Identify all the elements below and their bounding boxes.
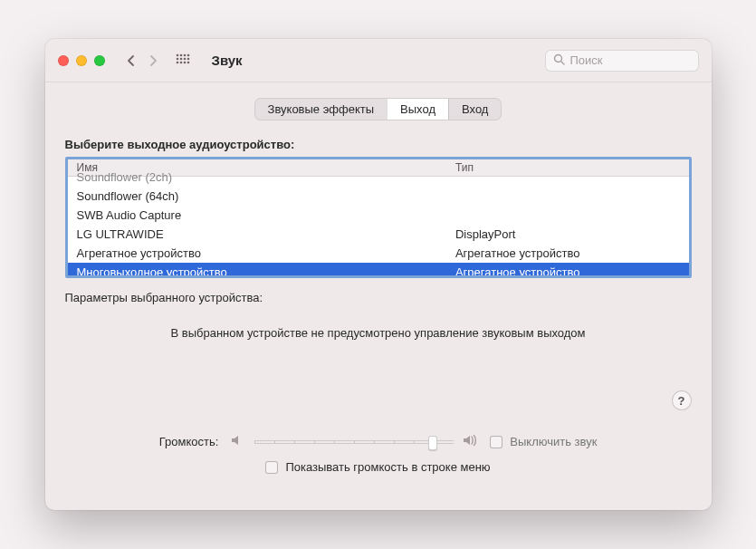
volume-row: Громкость: Выключить звук [159,434,598,449]
show-in-menu-wrap[interactable]: Показывать громкость в строке меню [265,460,490,474]
help-button[interactable]: ? [672,390,692,410]
svg-point-11 [187,61,189,63]
device-table[interactable]: Имя Тип Soundflower (2ch)Soundflower (64… [65,157,692,278]
speaker-high-icon [463,434,481,449]
segmented-control: Звуковые эффекты Выход Вход [255,99,502,120]
svg-point-7 [187,57,189,60]
mute-label: Выключить звук [510,435,597,448]
svg-point-2 [183,53,186,56]
device-type: Агрегатное устройство [446,263,689,275]
params-label: Параметры выбранного устройства: [65,291,692,304]
svg-point-6 [183,57,186,60]
device-name: Soundflower (2ch) [68,168,446,187]
tab-input[interactable]: Вход [448,99,501,120]
table-row[interactable]: Многовыходное устройствоАгрегатное устро… [68,263,689,275]
choose-output-label: Выберите выходное аудиоустройство: [65,138,692,151]
speaker-low-icon [231,434,245,449]
svg-point-3 [187,53,189,56]
device-name: Многовыходное устройство [68,263,446,275]
show-in-menu-checkbox[interactable] [265,461,278,474]
device-type [446,187,689,206]
back-button[interactable] [127,54,136,67]
device-type: DisplayPort [446,225,689,244]
svg-point-1 [179,53,182,56]
tab-effects[interactable]: Звуковые эффекты [255,99,388,120]
minimize-button[interactable] [76,55,87,66]
device-name: Soundflower (64ch) [68,187,446,206]
device-type [446,168,689,187]
svg-point-5 [179,57,182,60]
mute-checkbox-wrap[interactable]: Выключить звук [490,435,597,448]
show-in-menu-label: Показывать громкость в строке меню [285,460,490,474]
volume-knob[interactable] [428,436,437,450]
device-type: Агрегатное устройство [446,244,689,263]
zoom-button[interactable] [94,55,105,66]
device-name: SWB Audio Capture [68,206,446,225]
content: Звуковые эффекты Выход Вход Выберите вых… [45,82,712,510]
tab-output[interactable]: Выход [387,99,448,120]
device-type [446,206,689,225]
close-button[interactable] [58,55,69,66]
volume-slider[interactable] [254,440,454,444]
table-row[interactable]: LG ULTRAWIDEDisplayPort [68,225,689,244]
device-name: LG ULTRAWIDE [68,225,446,244]
table-body: Soundflower (2ch)Soundflower (64ch)SWB A… [68,168,689,275]
search-input[interactable] [570,53,691,67]
forward-button[interactable] [148,54,158,67]
svg-point-8 [176,61,178,63]
table-row[interactable]: Soundflower (64ch) [68,187,689,206]
titlebar: Звук [45,39,712,82]
svg-point-4 [176,57,178,60]
svg-point-9 [179,61,182,63]
search-icon [553,53,565,68]
page-title: Звук [212,53,243,68]
nav-buttons [127,54,158,67]
window-controls [58,55,105,66]
mute-checkbox[interactable] [490,436,502,448]
table-row[interactable]: Soundflower (2ch) [68,168,689,187]
table-row[interactable]: Агрегатное устройствоАгрегатное устройст… [68,244,689,263]
device-name: Агрегатное устройство [68,244,446,263]
show-all-button[interactable] [176,53,190,68]
params-message: В выбранном устройстве не предусмотрено … [65,326,692,340]
svg-point-0 [176,53,178,56]
table-row[interactable]: SWB Audio Capture [68,206,689,225]
search-field[interactable] [545,50,699,72]
footer: Громкость: Выключить звук Показывать гро… [65,434,692,474]
svg-point-10 [183,61,186,63]
svg-line-13 [560,61,564,64]
volume-label: Громкость: [159,435,219,448]
preferences-window: Звук Звуковые эффекты Выход Вход Выберит… [45,39,712,510]
tabs: Звуковые эффекты Выход Вход [65,99,692,120]
